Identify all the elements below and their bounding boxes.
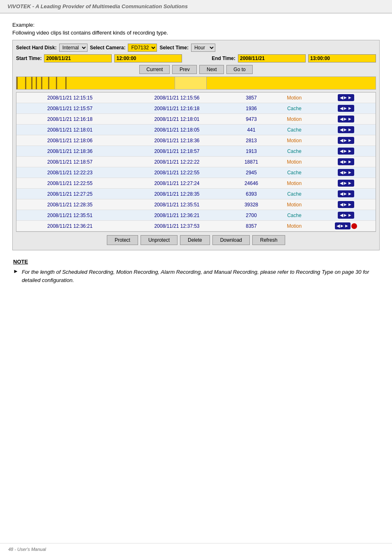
clip-play-cell[interactable]: ◀►► [316,114,376,125]
table-row[interactable]: 2008/11/21 12:22:55 2008/11/21 12:27:24 … [16,178,376,189]
clip-size: 2700 [231,210,272,221]
table-row[interactable]: 2008/11/21 12:22:23 2008/11/21 12:22:55 … [16,167,376,178]
note-section: NOTE ► For the length of Scheduled Recor… [12,259,380,284]
clip-play-cell[interactable]: ◀►► [316,157,376,167]
clip-size: 2813 [231,135,272,146]
clip-end-time: 2008/11/21 12:22:55 [123,167,230,178]
play-button[interactable]: ◀►► [338,201,354,208]
header: VIVOTEK - A Leading Provider of Multimed… [0,0,392,14]
table-row[interactable]: 2008/11/21 12:15:15 2008/11/21 12:15:56 … [16,92,376,103]
clip-size: 18871 [231,157,272,167]
camera-select[interactable]: FD7132 [128,44,157,52]
bottom-buttons-row: Protect Unprotect Delete Download Refres… [16,232,376,247]
start-date-input[interactable] [44,54,112,62]
clip-play-cell[interactable]: ◀►► [316,221,376,231]
hard-disk-select[interactable]: Internal [59,44,88,52]
clip-type: Cache [272,167,316,178]
next-button[interactable]: Next [199,65,224,74]
clip-end-time: 2008/11/21 12:18:36 [123,135,230,146]
footer-text: 48 - User's Manual [8,547,46,552]
table-row[interactable]: 2008/11/21 12:35:51 2008/11/21 12:36:21 … [16,210,376,221]
clip-size: 8357 [231,221,272,231]
play-button[interactable]: ◀►► [338,212,354,219]
table-row[interactable]: 2008/11/21 12:18:36 2008/11/21 12:18:57 … [16,146,376,157]
clip-start-time: 2008/11/21 12:22:55 [16,178,123,189]
timeline-bar[interactable] [16,76,376,90]
clip-end-time: 2008/11/21 12:18:01 [123,114,230,125]
clip-start-time: 2008/11/21 12:22:23 [16,167,123,178]
play-button[interactable]: ◀►► [338,158,354,165]
header-title: VIVOTEK - A Leading Provider of Multimed… [7,3,188,9]
clip-play-cell[interactable]: ◀►► [316,167,376,178]
table-row[interactable]: 2008/11/21 12:15:57 2008/11/21 12:16:18 … [16,103,376,114]
clip-table-container[interactable]: 2008/11/21 12:15:15 2008/11/21 12:15:56 … [16,92,376,232]
clip-type: Cache [272,210,316,221]
unprotect-button[interactable]: Unprotect [141,235,178,245]
time-select-label: Select Time: [159,45,188,51]
time-select[interactable]: Hour Day Week [191,44,215,52]
note-text: For the length of Scheduled Recording, M… [22,268,379,284]
clip-play-cell[interactable]: ◀►► [316,135,376,146]
clip-size: 3857 [231,92,272,103]
play-button[interactable]: ◀►► [338,116,354,123]
refresh-button[interactable]: Refresh [252,235,285,245]
clip-end-time: 2008/11/21 12:27:24 [123,178,230,189]
clip-start-time: 2008/11/21 12:15:15 [16,92,123,103]
delete-button[interactable]: Delete [180,235,210,245]
clip-play-cell[interactable]: ◀►► [316,92,376,103]
clip-start-time: 2008/11/21 12:28:35 [16,199,123,210]
time-row: Start Time: End Time: [16,54,376,62]
clip-size: 6393 [231,189,272,199]
play-button[interactable]: ◀►► [338,137,354,144]
clip-play-cell[interactable]: ◀►► [316,210,376,221]
table-row[interactable]: 2008/11/21 12:27:25 2008/11/21 12:28:35 … [16,189,376,199]
clip-play-cell[interactable]: ◀►► [316,103,376,114]
play-button[interactable]: ◀►► [338,180,354,187]
table-row[interactable]: 2008/11/21 12:18:06 2008/11/21 12:18:36 … [16,135,376,146]
clip-type: Cache [272,125,316,135]
clip-end-time: 2008/11/21 12:28:35 [123,189,230,199]
play-button-special[interactable]: ◀►► [335,222,357,229]
clip-type: Motion [272,199,316,210]
prev-button[interactable]: Prev [172,65,197,74]
table-row[interactable]: 2008/11/21 12:36:21 2008/11/21 12:37:53 … [16,221,376,231]
clip-type: Motion [272,157,316,167]
start-time-input[interactable] [114,54,182,62]
clip-play-cell[interactable]: ◀►► [316,125,376,135]
play-button[interactable]: ◀►► [338,126,354,133]
nav-row: Current Prev Next Go to [16,65,376,74]
clip-size: 9473 [231,114,272,125]
current-button[interactable]: Current [139,65,170,74]
select-row: Select Hard Disk: Internal Select Camera… [16,44,376,52]
clip-start-time: 2008/11/21 12:35:51 [16,210,123,221]
protect-button[interactable]: Protect [107,235,138,245]
play-button[interactable]: ◀►► [338,169,354,176]
clip-start-time: 2008/11/21 12:18:36 [16,146,123,157]
clip-play-cell[interactable]: ◀►► [316,199,376,210]
clip-size: 1936 [231,103,272,114]
clip-size: 39328 [231,199,272,210]
play-button[interactable]: ◀►► [338,105,354,112]
clip-play-cell[interactable]: ◀►► [316,146,376,157]
play-button[interactable]: ◀►► [338,148,354,155]
clip-start-time: 2008/11/21 12:18:57 [16,157,123,167]
clip-end-time: 2008/11/21 12:35:51 [123,199,230,210]
table-row[interactable]: 2008/11/21 12:18:57 2008/11/21 12:22:22 … [16,157,376,167]
play-button[interactable]: ◀►► [338,94,354,101]
footer: 48 - User's Manual [0,543,392,555]
table-row[interactable]: 2008/11/21 12:28:35 2008/11/21 12:35:51 … [16,199,376,210]
table-row[interactable]: 2008/11/21 12:16:18 2008/11/21 12:18:01 … [16,114,376,125]
clip-end-time: 2008/11/21 12:36:21 [123,210,230,221]
table-row[interactable]: 2008/11/21 12:18:01 2008/11/21 12:18:05 … [16,125,376,135]
end-time-input[interactable] [308,54,376,62]
clip-start-time: 2008/11/21 12:16:18 [16,114,123,125]
play-button[interactable]: ◀►► [338,190,354,197]
clip-play-cell[interactable]: ◀►► [316,189,376,199]
clip-end-time: 2008/11/21 12:22:22 [123,157,230,167]
clip-size: 2945 [231,167,272,178]
clip-end-time: 2008/11/21 12:16:18 [123,103,230,114]
download-button[interactable]: Download [212,235,250,245]
goto-button[interactable]: Go to [226,65,252,74]
end-date-input[interactable] [238,54,306,62]
clip-play-cell[interactable]: ◀►► [316,178,376,189]
